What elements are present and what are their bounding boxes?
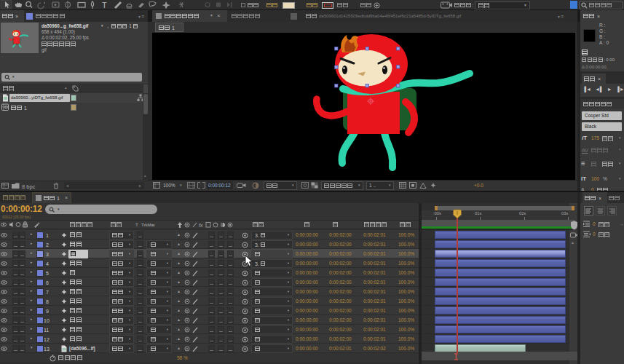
svg-text:fx: fx — [199, 223, 203, 228]
svg-text:T: T — [102, 1, 107, 9]
svg-text:8 bpc: 8 bpc — [22, 183, 36, 190]
